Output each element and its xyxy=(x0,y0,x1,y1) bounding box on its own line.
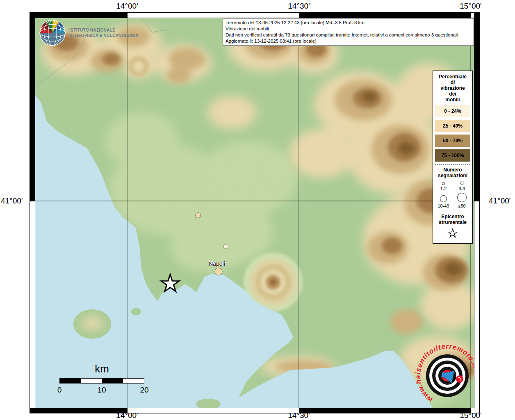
legend-count-symbols: 1-2 3-9 10-49 ≥50 xyxy=(434,181,471,208)
event-info-box: Terremoto del 13-05-2025 12:22:43 (ora l… xyxy=(223,18,474,46)
legend-swatch-50-74: 50 - 74% xyxy=(435,135,470,147)
longitude-label-top-3: 15°00' xyxy=(460,2,482,11)
count-circle-3-9 xyxy=(460,181,464,185)
map-page: 14°00' 14°30' 15°00' 14°00' 14°30' 15°00… xyxy=(0,0,515,420)
event-info-line: Vibrazione dei mobili xyxy=(226,26,471,32)
scale-tick-10: 10 xyxy=(97,386,106,395)
count-circle-50plus xyxy=(457,193,467,202)
map-frame-left xyxy=(30,12,35,413)
latitude-label-right: 41°00' xyxy=(489,196,511,205)
event-info-line: Terremoto del 13-05-2025 12:22:43 (ora l… xyxy=(226,20,471,26)
report-point xyxy=(196,213,201,218)
scale-bar-segments xyxy=(59,378,144,383)
scale-tick-0: 0 xyxy=(57,386,62,395)
latitude-label-left: 41°00' xyxy=(1,196,23,205)
legend-percent-title: Percentuale di vibrazione dei mobili xyxy=(434,74,471,103)
event-info-line: Dati non verificati estratti da 73 quest… xyxy=(226,32,471,38)
map-canvas: www.haisentitoilterremoto.it Napoli xyxy=(35,18,474,408)
event-info-line: Aggiornato il: 13-12-2025 03:41 (ora loc… xyxy=(226,38,471,44)
scale-unit-label: km xyxy=(59,363,144,375)
legend-swatch-0-24: 0 - 24% xyxy=(435,105,470,117)
terrain-map: www.haisentitoilterremoto.it Napoli xyxy=(35,18,474,408)
legend-count-title: Numero segnalazioni xyxy=(434,167,471,178)
sound-dot xyxy=(456,375,463,383)
ingv-globe-icon xyxy=(39,20,66,46)
longitude-label-top-1: 14°00' xyxy=(116,2,138,11)
ingv-logo: ISTITUTO NAZIONALEDI GEOFISICA E VULCANO… xyxy=(39,20,139,46)
map-frame-right xyxy=(474,12,480,413)
legend-swatch-25-49: 25 - 49% xyxy=(435,120,470,132)
map-frame-top xyxy=(30,12,480,18)
longitude-label-top-2: 14°30' xyxy=(288,2,310,11)
legend-separator xyxy=(435,164,470,164)
report-point xyxy=(224,244,228,249)
count-circle-1-2 xyxy=(442,182,445,185)
scale-tick-20: 20 xyxy=(140,386,148,395)
legend-box: Percentuale di vibrazione dei mobili 0 -… xyxy=(433,71,473,244)
map-frame-bottom xyxy=(30,408,480,413)
report-point-napoli xyxy=(215,268,222,275)
count-circle-10-49 xyxy=(440,195,447,202)
legend-swatch-75-100: 75 - 100% xyxy=(435,149,470,162)
ingv-org-name: ISTITUTO NAZIONALEDI GEOFISICA E VULCANO… xyxy=(69,27,139,38)
legend-separator xyxy=(435,211,470,211)
city-label: Napoli xyxy=(209,260,225,267)
legend-epicenter-title: Epicentro strumentale xyxy=(434,214,471,225)
epicenter-star-icon xyxy=(447,228,458,238)
